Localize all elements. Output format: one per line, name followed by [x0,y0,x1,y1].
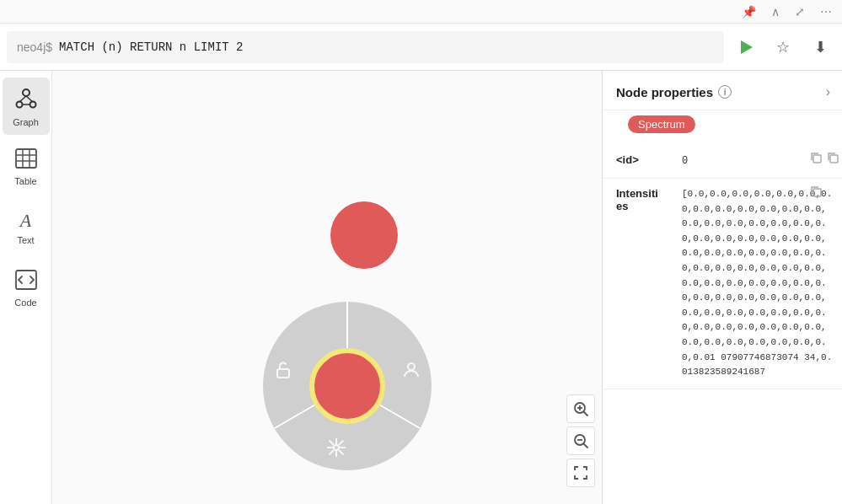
node-upper[interactable] [330,201,398,269]
sidebar-text-label: Text [17,235,34,245]
star-button[interactable]: ☆ [768,32,798,62]
text-icon: A [20,210,31,232]
panel-content[interactable]: <id> 0 Intensities [0.0 [603,145,842,504]
svg-marker-0 [741,40,753,54]
svg-point-18 [408,363,415,370]
svg-line-24 [329,441,334,446]
svg-rect-37 [813,189,821,196]
sidebar-item-graph[interactable]: Graph [3,78,50,135]
badge-wrapper: Spectrum [603,110,842,145]
spectrum-badge[interactable]: Spectrum [628,115,695,133]
svg-line-25 [339,450,344,455]
sidebar-table-label: Table [14,176,36,186]
svg-line-4 [19,96,26,102]
zoom-controls [566,394,595,487]
zoom-out-button[interactable] [566,426,595,455]
graph-icon [14,86,38,114]
sidebar: Graph Table A Text [0,71,52,504]
sidebar-item-code[interactable]: Code [3,260,50,317]
sidebar-code-label: Code [14,298,36,308]
fit-button[interactable] [566,458,595,487]
svg-line-26 [339,441,344,446]
user-icon[interactable] [401,360,421,385]
id-copy2-button[interactable] [827,152,839,166]
top-actions: ☆ ⬇ [731,32,835,62]
lock-icon[interactable] [273,360,293,385]
svg-line-31 [584,412,587,416]
graph-area[interactable] [52,71,602,504]
svg-point-1 [23,89,29,96]
sidebar-item-table[interactable]: Table [3,138,50,196]
svg-rect-35 [813,155,821,163]
svg-rect-7 [16,149,36,168]
more-button[interactable]: ⋯ [817,3,835,20]
table-icon [15,148,37,173]
svg-line-27 [329,450,334,455]
id-property-row: <id> 0 [603,145,842,179]
sidebar-graph-label: Graph [13,117,39,127]
svg-line-34 [584,444,587,448]
window-controls: 📌 ∧ ⤢ ⋯ [0,0,842,24]
svg-rect-17 [277,369,289,378]
zoom-in-button[interactable] [566,394,595,423]
intensities-value: [0.0,0.0,0.0,0.0,0.0,0.0,0.0,0.0,0.0,0.0… [678,179,842,389]
svg-point-3 [29,101,35,107]
collapse-button[interactable]: ∧ [768,3,783,20]
sidebar-item-text[interactable]: A Text [3,199,50,256]
download-button[interactable]: ⬇ [805,32,835,62]
main-layout: Graph Table A Text [0,71,842,504]
right-panel: Node properties i › Spectrum <id> 0 [602,71,842,504]
intensities-key: Intensities [603,179,678,221]
panel-title-text: Node properties [616,85,713,99]
query-prompt: neo4j$ [17,40,52,54]
run-icon [737,39,754,56]
id-copy-button[interactable] [810,152,822,166]
panel-title: Node properties i [616,85,732,99]
panel-close-button[interactable]: › [824,83,832,101]
query-input-wrapper: neo4j$ [7,31,724,63]
node-center[interactable] [309,348,385,424]
query-input[interactable] [59,40,714,54]
expand-button[interactable]: ⤢ [791,3,808,20]
svg-point-19 [334,445,339,450]
svg-rect-36 [830,155,838,163]
run-button[interactable] [731,32,761,62]
expand-icon[interactable] [325,437,347,464]
context-menu[interactable] [255,293,440,479]
id-key: <id> [603,145,678,174]
info-icon: i [718,85,732,99]
intensities-property-row: Intensities [0.0,0.0,0.0,0.0,0.0,0.0,0.0… [603,179,842,389]
svg-point-2 [16,101,22,107]
intensities-copy-button[interactable] [810,185,822,200]
pin-button[interactable]: 📌 [738,3,759,20]
top-bar: neo4j$ ☆ ⬇ [0,24,842,71]
svg-line-5 [26,96,33,102]
code-icon [15,270,37,294]
panel-header: Node properties i › [603,71,842,110]
